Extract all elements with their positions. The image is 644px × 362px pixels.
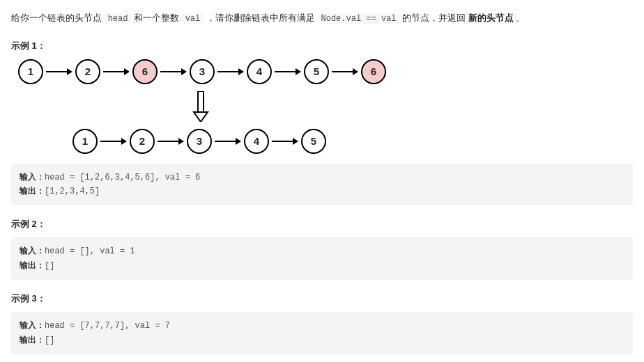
- input-label: 输入：: [20, 173, 45, 182]
- arrow-icon: [46, 68, 72, 75]
- input-label: 输入：: [20, 321, 45, 331]
- output-label: 输出：: [20, 261, 45, 271]
- input-value: head = [7,7,7,7], val = 7: [45, 321, 170, 331]
- intro-text: 和一个整数: [131, 13, 181, 23]
- arrow-icon: [158, 138, 184, 145]
- example-code-block: 输入：head = [7,7,7,7], val = 7 输出：[]: [11, 312, 633, 354]
- intro-bold: 新的头节点: [468, 13, 514, 23]
- input-label: 输入：: [20, 246, 45, 256]
- list-node: 1: [72, 129, 98, 154]
- linked-list-diagram: 1263456 12345: [18, 59, 633, 154]
- output-label: 输出：: [20, 187, 45, 196]
- output-value: []: [45, 336, 54, 345]
- example-code-block: 输入：head = [], val = 1 输出：[]: [11, 237, 633, 280]
- intro-text: ，请你删除链表中所有满足: [204, 13, 317, 23]
- list-node: 2: [130, 129, 155, 154]
- intro-text: 的节点，并返回: [400, 13, 468, 23]
- list-node: 5: [304, 59, 329, 84]
- code-val: val: [182, 13, 204, 24]
- code-head: head: [105, 13, 132, 24]
- problem-intro: 给你一个链表的头节点 head 和一个整数 val ，请你删除链表中所有满足 N…: [11, 10, 633, 27]
- code-condition: Node.val == val: [318, 13, 400, 24]
- example-code-block: 输入：head = [1,2,6,3,4,5,6], val = 6 输出：[1…: [11, 164, 633, 206]
- output-value: []: [45, 261, 54, 271]
- input-value: head = [], val = 1: [45, 246, 135, 256]
- intro-text: 。: [514, 13, 526, 23]
- list-node: 6: [132, 59, 158, 84]
- list-node: 4: [244, 129, 269, 154]
- list-node: 6: [361, 59, 386, 84]
- list-node: 3: [187, 129, 212, 154]
- svg-marker-1: [194, 112, 208, 122]
- arrow-icon: [100, 138, 127, 145]
- output-label: 输出：: [20, 336, 45, 345]
- input-value: head = [1,2,6,3,4,5,6], val = 6: [45, 173, 200, 182]
- arrow-icon: [160, 68, 187, 75]
- arrow-icon: [275, 68, 301, 75]
- example-title: 示例 3：: [11, 292, 633, 305]
- diagram-row-before: 1263456: [18, 59, 633, 84]
- intro-text: 给你一个链表的头节点: [11, 13, 105, 23]
- example-title: 示例 2：: [11, 218, 633, 230]
- list-node: 4: [247, 59, 272, 84]
- list-node: 5: [301, 129, 326, 154]
- arrow-icon: [215, 138, 241, 145]
- arrow-icon: [332, 68, 358, 75]
- arrow-icon: [272, 138, 298, 145]
- list-node: 2: [75, 59, 100, 84]
- down-arrow-icon: [192, 91, 633, 122]
- example-title: 示例 1：: [11, 40, 633, 52]
- arrow-icon: [103, 68, 130, 75]
- arrow-icon: [217, 68, 244, 75]
- diagram-row-after: 12345: [72, 129, 633, 154]
- output-value: [1,2,3,4,5]: [45, 187, 100, 196]
- list-node: 1: [18, 59, 43, 84]
- svg-rect-0: [198, 91, 204, 112]
- list-node: 3: [190, 59, 215, 84]
